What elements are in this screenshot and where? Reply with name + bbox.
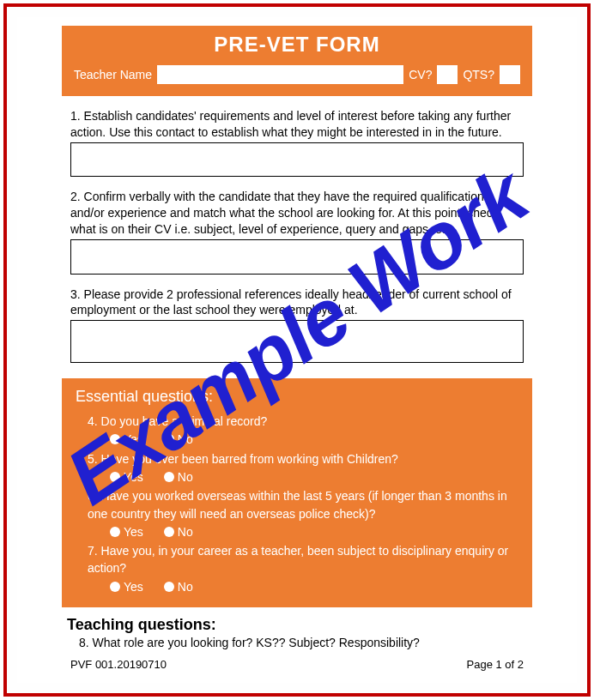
no-label: No: [178, 468, 193, 486]
q7-no-option[interactable]: No: [164, 578, 193, 595]
q5-prompt: 5. Have you ever been barred from workin…: [88, 450, 518, 468]
cv-input[interactable]: [437, 65, 458, 84]
qts-label: QTS?: [463, 68, 494, 81]
document-border: PRE-VET FORM Teacher Name CV? QTS? 1. Es…: [3, 3, 591, 697]
radio-icon: [110, 582, 120, 592]
yes-label: Yes: [124, 523, 143, 540]
q6-yes-option[interactable]: Yes: [110, 523, 143, 540]
qts-input[interactable]: [500, 65, 520, 84]
radio-icon: [110, 527, 120, 537]
form-title: PRE-VET FORM: [74, 33, 520, 57]
q2-prompt: 2. Confirm verbally with the candidate t…: [70, 189, 524, 238]
q1-answer-box[interactable]: [70, 142, 524, 178]
no-label: No: [178, 431, 193, 448]
yes-label: Yes: [124, 578, 143, 595]
q3-answer-box[interactable]: [70, 320, 524, 363]
q4-no-option[interactable]: No: [164, 431, 193, 448]
q1-prompt: 1. Establish candidates' requirements an…: [70, 108, 524, 141]
document-id: PVF 001.20190710: [70, 658, 167, 671]
radio-icon: [164, 472, 174, 482]
no-label: No: [178, 523, 193, 540]
radio-icon: [164, 434, 174, 444]
q5-options: Yes No: [110, 468, 518, 486]
q7-prompt: 7. Have you, in your career as a teacher…: [88, 542, 518, 577]
q5-yes-option[interactable]: Yes: [110, 468, 143, 486]
q8-prompt: 8. What role are you looking for? KS?? S…: [79, 636, 524, 649]
q6-prompt: 6. Have you worked overseas within the l…: [88, 487, 518, 522]
radio-icon: [164, 582, 174, 592]
essential-questions-block: Essential questions: 4. Do you have a cr…: [62, 378, 532, 607]
no-label: No: [178, 578, 193, 595]
radio-icon: [110, 472, 120, 482]
yes-label: Yes: [124, 431, 143, 448]
header-fields-row: Teacher Name CV? QTS?: [74, 65, 520, 84]
q5-no-option[interactable]: No: [164, 468, 193, 486]
page-content: PRE-VET FORM Teacher Name CV? QTS? 1. Es…: [17, 17, 577, 683]
q3-prompt: 3. Please provide 2 professional referen…: [70, 287, 524, 319]
q4-yes-option[interactable]: Yes: [110, 431, 143, 448]
form-header: PRE-VET FORM Teacher Name CV? QTS?: [62, 26, 532, 96]
essential-title: Essential questions:: [76, 385, 518, 407]
q4-options: Yes No: [110, 431, 518, 448]
teacher-name-input[interactable]: [157, 65, 403, 84]
teacher-name-label: Teacher Name: [74, 68, 152, 81]
page-number: Page 1 of 2: [467, 658, 524, 671]
page-footer: PVF 001.20190710 Page 1 of 2: [70, 656, 524, 671]
yes-label: Yes: [124, 468, 143, 486]
q7-options: Yes No: [110, 578, 518, 595]
q7-yes-option[interactable]: Yes: [110, 578, 143, 595]
q2-answer-box[interactable]: [70, 239, 524, 275]
radio-icon: [164, 527, 174, 537]
teaching-questions-title: Teaching questions:: [67, 616, 524, 634]
radio-icon: [110, 434, 120, 444]
cv-label: CV?: [409, 68, 432, 81]
q6-no-option[interactable]: No: [164, 523, 193, 540]
q4-prompt: 4. Do you have a criminal record?: [88, 413, 518, 430]
q6-options: Yes No: [110, 523, 518, 540]
